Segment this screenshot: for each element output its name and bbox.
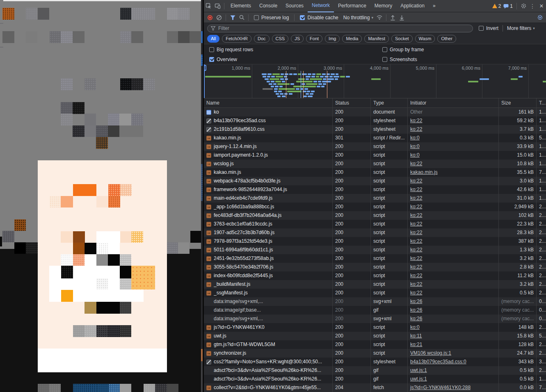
- group-by-frame-checkbox[interactable]: Group by frame: [382, 46, 424, 53]
- close-devtools-icon[interactable]: ×: [537, 2, 546, 11]
- filter-chip-img[interactable]: Img: [325, 35, 340, 43]
- request-row[interactable]: index-6b09fcdd8e2f5445.js200scriptko:221…: [204, 271, 546, 280]
- initiator-link[interactable]: ko:22: [410, 264, 422, 270]
- request-row[interactable]: adsct?bci=3&dv=Asia%2FSeoul%26ko-KR%26..…: [204, 375, 546, 383]
- initiator-link[interactable]: ko:11: [410, 333, 422, 339]
- initiator-link[interactable]: uwt.js:1: [410, 367, 427, 373]
- request-row[interactable]: data:image/svg+xml,...200svg+xmlko:26(me…: [204, 297, 546, 306]
- initiator-link[interactable]: ko:0: [410, 135, 420, 141]
- initiator-link[interactable]: ko:26: [410, 299, 422, 304]
- error-badge[interactable]: 2: [492, 3, 501, 9]
- initiator-link[interactable]: ko:26: [410, 307, 422, 313]
- initiator-link[interactable]: ko:22: [410, 273, 422, 278]
- initiator-link[interactable]: ko:22: [410, 255, 422, 261]
- request-row[interactable]: gtm.js?id=GTM-WDWL5GM200scriptko:21128 k…: [204, 340, 546, 349]
- initiator-link[interactable]: ko:22: [410, 204, 422, 210]
- initiator-link[interactable]: ko:22: [410, 195, 422, 201]
- initiator-link[interactable]: ko:0: [410, 144, 420, 149]
- filter-chip-doc[interactable]: Doc: [254, 35, 270, 43]
- initiator-link[interactable]: b4a13b079cec35ad.css:0: [410, 359, 466, 365]
- column-header-type[interactable]: Type: [370, 98, 407, 107]
- search-icon[interactable]: [237, 13, 246, 22]
- tab-memory[interactable]: Memory: [370, 0, 396, 12]
- request-row[interactable]: b4a13b079cec35ad.css200stylesheetko:2259…: [204, 116, 546, 125]
- initiator-link[interactable]: ko:0: [410, 152, 420, 158]
- request-row[interactable]: data:image/svg+xml,...200svg+xmlko:26(me…: [204, 315, 546, 323]
- preserve-log-checkbox[interactable]: Preserve log: [254, 15, 289, 21]
- filter-chip-socket[interactable]: Socket: [391, 35, 413, 43]
- initiator-link[interactable]: uwt.js:1: [410, 376, 427, 382]
- filter-chip-all[interactable]: All: [207, 35, 219, 43]
- request-row[interactable]: 7978-897f3a152fd54de3.js200scriptko:2238…: [204, 237, 546, 246]
- request-row[interactable]: data:image/gif;base...200gifko:26(memory…: [204, 306, 546, 315]
- initiator-link[interactable]: ko:22: [410, 290, 422, 296]
- initiator-link[interactable]: ko:22: [410, 230, 422, 235]
- more-tabs-button[interactable]: »: [429, 0, 440, 12]
- filter-chip-wasm[interactable]: Wasm: [415, 35, 435, 43]
- tab-sources[interactable]: Sources: [281, 0, 308, 12]
- request-row[interactable]: framework-98526448923a7044.js200scriptko…: [204, 185, 546, 194]
- request-row[interactable]: synchronizer.js200scriptVM106 wcslog.js:…: [204, 349, 546, 358]
- tab-elements[interactable]: Elements: [226, 0, 255, 12]
- initiator-link[interactable]: ko:22: [410, 281, 422, 287]
- request-row[interactable]: fec483df-db3f7b2046a0a64a.js200scriptko:…: [204, 211, 546, 220]
- request-row[interactable]: adsct?bci=3&dv=Asia%2FSeoul%26ko-KR%26..…: [204, 366, 546, 375]
- column-header-name[interactable]: Name: [204, 98, 332, 107]
- request-row[interactable]: ko200documentOther161 kB1...: [204, 108, 546, 116]
- initiator-link[interactable]: ko:22: [410, 221, 422, 227]
- request-row[interactable]: _buildManifest.js200scriptko:223.2 kB2..…: [204, 280, 546, 289]
- issues-badge[interactable]: 1: [503, 3, 513, 9]
- initiator-link[interactable]: ko:21: [410, 342, 422, 347]
- more-filters-dropdown[interactable]: More filters ▾: [507, 25, 535, 31]
- request-row[interactable]: js?id=G-YNKW461YK0200scriptko:0148 kB2..…: [204, 323, 546, 332]
- column-header-initiator[interactable]: Initiator: [407, 98, 498, 107]
- overview-selection-grip[interactable]: [204, 65, 206, 71]
- network-settings-gear-icon[interactable]: [535, 13, 544, 22]
- request-row[interactable]: kakao.min.js301script / Redir...ko:00.3 …: [204, 134, 546, 142]
- network-overview-timeline[interactable]: 1,000 ms2,000 ms3,000 ms4,000 ms5,000 ms…: [204, 64, 546, 98]
- disable-cache-checkbox[interactable]: Disable cache: [300, 15, 338, 21]
- request-row[interactable]: css2?family=Noto+Sans+KR:wght@300;400;50…: [204, 358, 546, 366]
- device-toolbar-icon[interactable]: [213, 2, 222, 11]
- request-row[interactable]: jquery-1.12.4.min.js200scriptko:033.9 kB…: [204, 142, 546, 151]
- request-row[interactable]: kakao.min.js200scriptkakao.min.js35.5 kB…: [204, 168, 546, 177]
- settings-gear-icon[interactable]: [519, 2, 528, 11]
- initiator-link[interactable]: ko:22: [410, 238, 422, 244]
- request-row[interactable]: wcslog.js200scriptko:2210.8 kB1...: [204, 160, 546, 168]
- filter-chip-font[interactable]: Font: [306, 35, 322, 43]
- kebab-menu-icon[interactable]: ⋮: [528, 2, 537, 11]
- filter-chip-js[interactable]: JS: [291, 35, 304, 43]
- initiator-link[interactable]: js?id=G-YNKW461YK0:288: [410, 385, 471, 390]
- column-header-t[interactable]: T...: [536, 98, 546, 107]
- filter-chip-other[interactable]: Other: [437, 35, 456, 43]
- inspect-element-icon[interactable]: [204, 2, 213, 11]
- request-row[interactable]: iamport.payment-1.2.0.js200scriptko:015.…: [204, 151, 546, 160]
- request-row[interactable]: 5011-6994a6f9b60dd1c1.js200scriptko:221.…: [204, 246, 546, 254]
- tab-console[interactable]: Console: [255, 0, 281, 12]
- export-har-icon[interactable]: [398, 13, 407, 22]
- request-row[interactable]: webpack-478a3cf5b4b0d3fe.js200scriptko:2…: [204, 177, 546, 185]
- request-row[interactable]: 3763-ecbc1ef0a619ccdc.js200scriptko:2222…: [204, 220, 546, 228]
- filter-chip-fetch-xhr[interactable]: Fetch/XHR: [222, 35, 251, 43]
- tab-performance[interactable]: Performance: [334, 0, 370, 12]
- requests-table-header[interactable]: NameStatusTypeInitiatorSizeT...: [204, 98, 546, 108]
- column-header-size[interactable]: Size: [498, 98, 536, 107]
- initiator-link[interactable]: VM106 wcslog.js:1: [410, 350, 451, 356]
- initiator-link[interactable]: ko:22: [410, 187, 422, 192]
- invert-checkbox[interactable]: Invert: [479, 25, 498, 31]
- throttling-dropdown[interactable]: No throttling ▾: [343, 15, 373, 21]
- filter-input[interactable]: Filter: [207, 25, 473, 32]
- request-row[interactable]: collect?v=2&tid=G-YNKW461YK0&gtm=45je55.…: [204, 383, 546, 392]
- request-row[interactable]: 1907-ad5c27c3b3b7d60b.js200scriptko:2228…: [204, 228, 546, 237]
- request-row[interactable]: 2451-9e32b55d273f58ab.js200scriptko:223.…: [204, 254, 546, 263]
- initiator-link[interactable]: ko:0: [410, 324, 420, 330]
- import-har-icon[interactable]: [388, 13, 398, 22]
- request-row[interactable]: _ssgManifest.js200scriptko:220.5 kB2...: [204, 289, 546, 297]
- initiator-link[interactable]: ko:26: [410, 316, 422, 321]
- filter-chip-css[interactable]: CSS: [272, 35, 289, 43]
- network-conditions-icon[interactable]: [375, 13, 384, 22]
- big-request-rows-checkbox[interactable]: Big request rows: [209, 46, 253, 53]
- request-row[interactable]: uwt.js200scriptko:1115.8 kB5...: [204, 332, 546, 340]
- request-row[interactable]: main-ed4ceb4c7cde9fd9.js200scriptko:2231…: [204, 194, 546, 203]
- column-header-status[interactable]: Status: [332, 98, 370, 107]
